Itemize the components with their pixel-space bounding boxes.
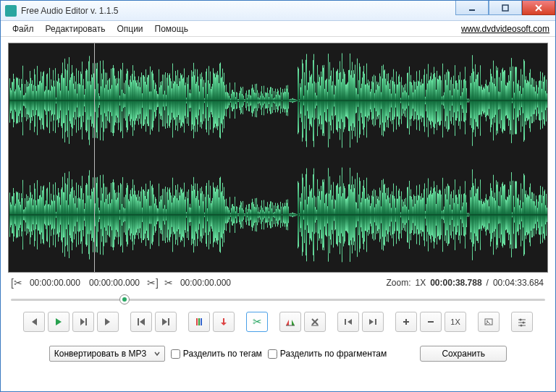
zoom-reset-button[interactable]: 1X [445, 312, 466, 332]
split-tags-input[interactable] [171, 349, 180, 359]
split-by-fragments-checkbox[interactable]: Разделить по фрагментам [268, 349, 387, 359]
image-button[interactable] [478, 312, 500, 332]
toolbar: ✂ 1X [8, 312, 548, 332]
titlebar: Free Audio Editor v. 1.1.5 [1, 1, 555, 21]
scissors-open-icon: [✂ [11, 277, 22, 289]
split-fragments-input[interactable] [268, 349, 277, 359]
menu-edit[interactable]: Редактировать [40, 22, 111, 35]
zoom-in-button[interactable] [395, 312, 417, 332]
zoom-value: 1X [416, 278, 426, 288]
menu-help[interactable]: Помощь [149, 22, 194, 35]
playhead[interactable] [94, 43, 95, 272]
skip-forward-button[interactable] [155, 312, 177, 332]
position-slider[interactable] [11, 294, 545, 304]
scissors-icon: ✂ [164, 277, 173, 289]
skip-back-button[interactable] [130, 312, 152, 332]
menubar: Файл Редактировать Опции Помощь www.dvdv… [1, 21, 555, 37]
svg-rect-24 [345, 319, 346, 325]
svg-rect-7 [85, 318, 87, 325]
download-button[interactable] [213, 312, 235, 332]
split-tags-label: Разделить по тегам [183, 349, 262, 359]
svg-marker-6 [80, 318, 85, 325]
close-button[interactable] [522, 1, 555, 15]
scissors-close-icon: ✂] [147, 277, 159, 289]
playback-position: 00:00:38.788 [430, 278, 481, 288]
svg-marker-17 [221, 323, 227, 325]
svg-marker-18 [286, 320, 289, 325]
window-controls [455, 1, 555, 20]
rewind-button[interactable] [23, 312, 45, 332]
delete-selection-button[interactable] [304, 312, 326, 332]
svg-rect-9 [138, 318, 139, 325]
svg-point-38 [521, 325, 523, 327]
to-start-button[interactable] [337, 312, 359, 332]
svg-marker-26 [369, 319, 374, 325]
split-by-tags-checkbox[interactable]: Разделить по тегам [171, 349, 262, 359]
maximize-button[interactable] [489, 1, 522, 15]
svg-rect-12 [168, 318, 169, 325]
marker-add-button[interactable] [188, 312, 210, 332]
waveform-canvas[interactable] [9, 43, 547, 272]
svg-marker-8 [105, 318, 110, 325]
chevron-down-icon [154, 349, 160, 359]
content: [✂ 00:00:00.000 00:00:00.000 ✂] ✂ 00:00:… [1, 37, 555, 369]
save-label: Сохранить [442, 349, 485, 359]
slider-track [11, 299, 545, 301]
dropdown-value: Конвертировать в MP3 [54, 349, 154, 359]
svg-marker-10 [140, 318, 145, 325]
selection-end: 00:00:00.000 [89, 278, 140, 288]
selection-start: 00:00:00.000 [30, 278, 80, 288]
svg-rect-27 [375, 319, 376, 325]
app-icon [5, 5, 17, 17]
minimize-button[interactable] [455, 1, 489, 15]
play-to-end-button[interactable] [72, 312, 94, 332]
bottom-bar: Конвертировать в MP3 Разделить по тегам … [8, 339, 548, 362]
svg-marker-11 [162, 318, 167, 325]
total-duration: 00:04:33.684 [493, 278, 544, 288]
svg-marker-19 [292, 320, 295, 325]
svg-rect-1 [502, 5, 508, 11]
svg-point-34 [520, 319, 522, 321]
time-separator: / [486, 278, 489, 288]
split-fragments-label: Разделить по фрагментам [280, 349, 387, 359]
svg-marker-5 [56, 318, 62, 325]
time-info-row: [✂ 00:00:00.000 00:00:00.000 ✂] ✂ 00:00:… [8, 277, 548, 289]
play-button[interactable] [48, 312, 70, 332]
svg-point-36 [523, 322, 525, 324]
website-link[interactable]: www.dvdvideosoft.com [461, 24, 549, 34]
convert-format-dropdown[interactable]: Конвертировать в MP3 [49, 346, 165, 362]
settings-button[interactable] [511, 312, 533, 332]
cursor-time: 00:00:00.000 [180, 278, 231, 288]
zoom-label: Zoom: [386, 278, 410, 288]
menu-options[interactable]: Опции [111, 22, 148, 35]
window-title: Free Audio Editor v. 1.1.5 [21, 6, 455, 16]
to-end-button[interactable] [362, 312, 384, 332]
svg-marker-4 [32, 318, 37, 325]
trim-button[interactable] [279, 312, 301, 332]
forward-button[interactable] [97, 312, 119, 332]
menu-file[interactable]: Файл [7, 22, 40, 35]
svg-marker-25 [348, 319, 352, 325]
cut-button[interactable]: ✂ [246, 312, 268, 332]
slider-thumb[interactable] [119, 294, 130, 304]
save-button[interactable]: Сохранить [420, 346, 507, 362]
waveform-display[interactable] [8, 43, 548, 273]
zoom-out-button[interactable] [420, 312, 442, 332]
